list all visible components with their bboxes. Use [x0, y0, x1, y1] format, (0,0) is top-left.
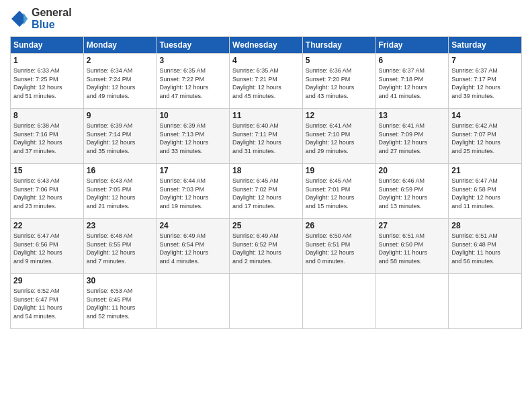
day-number: 19	[306, 166, 373, 175]
calendar-header-row: Sunday Monday Tuesday Wednesday Thursday…	[11, 37, 522, 54]
day-number: 7	[451, 56, 519, 65]
col-saturday: Saturday	[449, 37, 522, 54]
calendar-week-row: 8Sunrise: 6:38 AM Sunset: 7:16 PM Daylig…	[11, 109, 522, 164]
col-tuesday: Tuesday	[157, 37, 230, 54]
day-info: Sunrise: 6:35 AM Sunset: 7:21 PM Dayligh…	[232, 66, 300, 100]
table-row: 18Sunrise: 6:45 AM Sunset: 7:02 PM Dayli…	[230, 164, 303, 219]
day-number: 2	[87, 56, 154, 65]
day-info: Sunrise: 6:43 AM Sunset: 7:05 PM Dayligh…	[87, 177, 154, 210]
header: General Blue	[10, 7, 522, 31]
calendar-table: Sunday Monday Tuesday Wednesday Thursday…	[10, 36, 522, 329]
day-number: 26	[306, 221, 373, 230]
table-row: 9Sunrise: 6:39 AM Sunset: 7:14 PM Daylig…	[83, 109, 157, 164]
table-row: 13Sunrise: 6:41 AM Sunset: 7:09 PM Dayli…	[375, 109, 449, 164]
day-number: 6	[379, 56, 446, 65]
day-number: 20	[379, 166, 446, 175]
table-row: 27Sunrise: 6:51 AM Sunset: 6:50 PM Dayli…	[375, 219, 449, 274]
calendar-week-row: 29Sunrise: 6:52 AM Sunset: 6:47 PM Dayli…	[11, 274, 522, 329]
day-info: Sunrise: 6:53 AM Sunset: 6:45 PM Dayligh…	[87, 287, 154, 320]
col-monday: Monday	[83, 37, 157, 54]
table-row: 16Sunrise: 6:43 AM Sunset: 7:05 PM Dayli…	[83, 164, 157, 219]
table-row: 5Sunrise: 6:36 AM Sunset: 7:20 PM Daylig…	[302, 54, 375, 109]
table-row: 10Sunrise: 6:39 AM Sunset: 7:13 PM Dayli…	[157, 109, 230, 164]
table-row: 7Sunrise: 6:37 AM Sunset: 7:17 PM Daylig…	[449, 54, 522, 109]
day-info: Sunrise: 6:41 AM Sunset: 7:09 PM Dayligh…	[379, 122, 446, 155]
day-info: Sunrise: 6:39 AM Sunset: 7:14 PM Dayligh…	[87, 122, 154, 155]
day-number: 12	[306, 111, 373, 120]
day-info: Sunrise: 6:45 AM Sunset: 7:01 PM Dayligh…	[306, 177, 373, 210]
day-info: Sunrise: 6:46 AM Sunset: 6:59 PM Dayligh…	[379, 177, 446, 210]
day-info: Sunrise: 6:41 AM Sunset: 7:10 PM Dayligh…	[306, 122, 373, 155]
table-row: 14Sunrise: 6:42 AM Sunset: 7:07 PM Dayli…	[449, 109, 522, 164]
day-number: 15	[13, 166, 81, 175]
day-number: 21	[451, 166, 519, 175]
table-row	[302, 274, 375, 329]
day-number: 8	[13, 111, 81, 120]
table-row: 20Sunrise: 6:46 AM Sunset: 6:59 PM Dayli…	[375, 164, 449, 219]
day-number: 9	[87, 111, 154, 120]
table-row: 24Sunrise: 6:49 AM Sunset: 6:54 PM Dayli…	[157, 219, 230, 274]
day-number: 29	[13, 276, 81, 285]
day-number: 10	[159, 111, 226, 120]
calendar-week-row: 22Sunrise: 6:47 AM Sunset: 6:56 PM Dayli…	[11, 219, 522, 274]
table-row: 19Sunrise: 6:45 AM Sunset: 7:01 PM Dayli…	[302, 164, 375, 219]
table-row	[157, 274, 230, 329]
day-info: Sunrise: 6:33 AM Sunset: 7:25 PM Dayligh…	[13, 66, 81, 100]
day-number: 18	[232, 166, 300, 175]
day-info: Sunrise: 6:36 AM Sunset: 7:20 PM Dayligh…	[306, 66, 373, 100]
day-info: Sunrise: 6:44 AM Sunset: 7:03 PM Dayligh…	[159, 177, 226, 210]
day-info: Sunrise: 6:45 AM Sunset: 7:02 PM Dayligh…	[232, 177, 300, 210]
day-info: Sunrise: 6:35 AM Sunset: 7:22 PM Dayligh…	[159, 66, 226, 100]
day-info: Sunrise: 6:42 AM Sunset: 7:07 PM Dayligh…	[451, 122, 519, 155]
table-row	[449, 274, 522, 329]
day-info: Sunrise: 6:52 AM Sunset: 6:47 PM Dayligh…	[13, 287, 81, 320]
day-number: 11	[232, 111, 300, 120]
day-number: 25	[232, 221, 300, 230]
table-row: 4Sunrise: 6:35 AM Sunset: 7:21 PM Daylig…	[230, 54, 303, 109]
calendar-week-row: 1Sunrise: 6:33 AM Sunset: 7:25 PM Daylig…	[11, 54, 522, 109]
day-number: 1	[13, 56, 81, 65]
table-row: 22Sunrise: 6:47 AM Sunset: 6:56 PM Dayli…	[11, 219, 84, 274]
table-row: 17Sunrise: 6:44 AM Sunset: 7:03 PM Dayli…	[157, 164, 230, 219]
day-info: Sunrise: 6:48 AM Sunset: 6:55 PM Dayligh…	[87, 232, 154, 265]
day-number: 3	[159, 56, 226, 65]
table-row: 12Sunrise: 6:41 AM Sunset: 7:10 PM Dayli…	[302, 109, 375, 164]
table-row: 30Sunrise: 6:53 AM Sunset: 6:45 PM Dayli…	[83, 274, 157, 329]
table-row: 21Sunrise: 6:47 AM Sunset: 6:58 PM Dayli…	[449, 164, 522, 219]
day-info: Sunrise: 6:37 AM Sunset: 7:17 PM Dayligh…	[451, 66, 519, 100]
day-info: Sunrise: 6:40 AM Sunset: 7:11 PM Dayligh…	[232, 122, 300, 155]
table-row	[230, 274, 303, 329]
table-row: 6Sunrise: 6:37 AM Sunset: 7:18 PM Daylig…	[375, 54, 449, 109]
col-wednesday: Wednesday	[230, 37, 303, 54]
col-thursday: Thursday	[302, 37, 375, 54]
day-info: Sunrise: 6:38 AM Sunset: 7:16 PM Dayligh…	[13, 122, 81, 155]
logo: General Blue	[10, 7, 72, 31]
day-number: 30	[87, 276, 154, 285]
day-info: Sunrise: 6:34 AM Sunset: 7:24 PM Dayligh…	[87, 66, 154, 100]
day-info: Sunrise: 6:51 AM Sunset: 6:48 PM Dayligh…	[451, 232, 519, 265]
col-friday: Friday	[375, 37, 449, 54]
svg-marker-1	[24, 13, 28, 25]
day-info: Sunrise: 6:39 AM Sunset: 7:13 PM Dayligh…	[159, 122, 226, 155]
day-info: Sunrise: 6:37 AM Sunset: 7:18 PM Dayligh…	[379, 66, 446, 100]
day-info: Sunrise: 6:47 AM Sunset: 6:56 PM Dayligh…	[13, 232, 81, 265]
day-info: Sunrise: 6:49 AM Sunset: 6:54 PM Dayligh…	[159, 232, 226, 265]
day-number: 5	[306, 56, 373, 65]
day-number: 17	[159, 166, 226, 175]
table-row: 15Sunrise: 6:43 AM Sunset: 7:06 PM Dayli…	[11, 164, 84, 219]
day-number: 14	[451, 111, 519, 120]
table-row: 28Sunrise: 6:51 AM Sunset: 6:48 PM Dayli…	[449, 219, 522, 274]
table-row: 3Sunrise: 6:35 AM Sunset: 7:22 PM Daylig…	[157, 54, 230, 109]
table-row: 23Sunrise: 6:48 AM Sunset: 6:55 PM Dayli…	[83, 219, 157, 274]
day-number: 13	[379, 111, 446, 120]
calendar-week-row: 15Sunrise: 6:43 AM Sunset: 7:06 PM Dayli…	[11, 164, 522, 219]
day-number: 16	[87, 166, 154, 175]
day-number: 22	[13, 221, 81, 230]
table-row: 1Sunrise: 6:33 AM Sunset: 7:25 PM Daylig…	[11, 54, 84, 109]
day-number: 24	[159, 221, 226, 230]
day-info: Sunrise: 6:50 AM Sunset: 6:51 PM Dayligh…	[306, 232, 373, 265]
day-number: 27	[379, 221, 446, 230]
day-info: Sunrise: 6:49 AM Sunset: 6:52 PM Dayligh…	[232, 232, 300, 265]
day-number: 23	[87, 221, 154, 230]
logo-text: General Blue	[32, 7, 72, 31]
